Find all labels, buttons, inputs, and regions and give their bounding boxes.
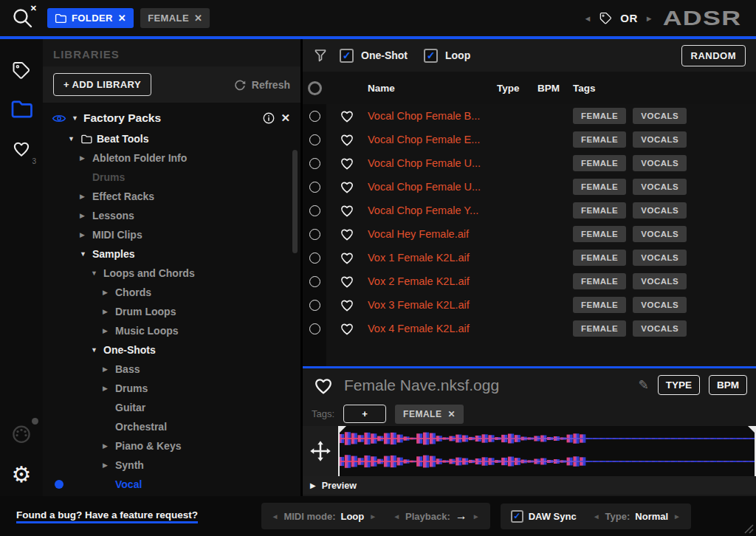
tag-chip[interactable]: VOCALS — [633, 179, 687, 195]
tag-chip[interactable]: VOCALS — [633, 155, 687, 171]
tag-chip[interactable]: FEMALE — [573, 297, 626, 313]
type-button[interactable]: TYPE — [658, 375, 700, 395]
sample-row[interactable]: Vocal Chop Female Y...FEMALEVOCALS — [303, 199, 756, 222]
expand-arrow-icon[interactable]: ▶ — [103, 327, 115, 334]
filter-funnel-icon[interactable] — [313, 48, 328, 63]
tag-chip[interactable]: FEMALE — [573, 131, 626, 148]
tag-chip[interactable]: FEMALE — [573, 108, 626, 124]
folders-view-button[interactable] — [10, 100, 32, 119]
sample-name[interactable]: Vox 1 Female K2L.aif — [368, 252, 497, 264]
library-tree-item[interactable]: ▼Loops and Chords — [43, 264, 300, 283]
tag-chip[interactable]: VOCALS — [633, 108, 687, 124]
sample-name[interactable]: Vox 3 Female K2L.aif — [368, 299, 497, 311]
library-tree-item[interactable]: ▶Piano & Keys — [43, 436, 300, 456]
library-tree-item[interactable]: Orchestral — [43, 417, 300, 436]
library-tree-item[interactable]: ▶Lessons — [43, 206, 300, 225]
sample-name[interactable]: Vocal Hey Female.aif — [368, 228, 497, 240]
library-tree-item[interactable]: ▶Bass — [43, 360, 300, 379]
tags-view-button[interactable] — [11, 60, 32, 80]
waveform-display[interactable] — [338, 426, 756, 476]
filter-chip-folder[interactable]: FOLDER ✕ — [47, 8, 134, 28]
column-type[interactable]: Type — [497, 83, 537, 94]
search-icon[interactable]: ✕ — [10, 6, 35, 31]
tag-chip[interactable]: FEMALE — [573, 179, 626, 195]
loop-start-marker[interactable] — [338, 426, 340, 476]
library-tree-item[interactable]: Guitar — [43, 398, 300, 417]
filter-chip-female[interactable]: FEMALE ✕ — [140, 8, 210, 28]
refresh-button[interactable]: Refresh — [233, 78, 290, 92]
expand-arrow-icon[interactable]: ▶ — [103, 289, 115, 296]
column-name[interactable]: Name — [368, 83, 497, 94]
sample-name[interactable]: Vox 2 Female K2L.aif — [368, 275, 497, 287]
library-tree-item[interactable]: Drums — [43, 168, 300, 187]
library-tree-item[interactable]: ▶Drums — [43, 379, 300, 398]
library-tree-item[interactable]: ▶Chords — [43, 283, 300, 302]
window-resize-handle[interactable] — [743, 523, 754, 534]
row-select-circle[interactable] — [309, 182, 320, 193]
sample-row[interactable]: Vocal Chop Female U...FEMALEVOCALS — [303, 151, 756, 175]
daw-sync-checkbox[interactable]: ✓ — [511, 510, 523, 523]
library-tree-item[interactable]: ▶MIDI Clips — [43, 225, 300, 244]
library-remove-icon[interactable]: ✕ — [281, 111, 290, 125]
sample-row[interactable]: Vocal Hey Female.aifFEMALEVOCALS — [303, 222, 756, 246]
type-next-icon[interactable]: ► — [673, 512, 681, 520]
favorite-heart-icon[interactable] — [312, 374, 335, 396]
row-select-circle[interactable] — [309, 229, 320, 240]
sample-row[interactable]: Vox 2 Female K2L.aifFEMALEVOCALS — [303, 269, 756, 293]
tag-chip[interactable]: VOCALS — [633, 202, 687, 219]
tag-chip[interactable]: FEMALE — [573, 250, 626, 266]
collapse-arrow-icon[interactable]: ▼ — [68, 135, 80, 142]
sample-name[interactable]: Vocal Chop Female U... — [368, 157, 497, 169]
sample-name[interactable]: Vocal Chop Female Y... — [368, 205, 497, 216]
select-all-circle[interactable] — [308, 81, 322, 95]
favorite-heart-icon[interactable] — [326, 273, 368, 289]
expand-arrow-icon[interactable]: ▶ — [80, 231, 92, 238]
column-tags[interactable]: Tags — [573, 83, 756, 94]
waveform-drag-handle[interactable] — [303, 426, 338, 476]
preview-tag-female[interactable]: FEMALE ✕ — [395, 405, 464, 424]
libraries-scrollbar[interactable] — [292, 150, 298, 253]
row-select-circle[interactable] — [309, 323, 320, 334]
expand-arrow-icon[interactable]: ▶ — [103, 461, 115, 469]
sample-row[interactable]: Vox 4 Female K2L.aifFEMALEVOCALS — [303, 317, 756, 340]
tag-chip[interactable]: FEMALE — [573, 155, 626, 171]
sample-row[interactable]: Vocal Chop Female E...FEMALEVOCALS — [303, 128, 756, 151]
row-select-circle[interactable] — [309, 134, 320, 145]
library-tree-item[interactable]: ▶Ableton Folder Info — [43, 148, 300, 168]
remove-chip-icon[interactable]: ✕ — [194, 13, 202, 24]
tag-chip[interactable]: VOCALS — [633, 297, 687, 313]
playback-prev-icon[interactable]: ◄ — [393, 512, 400, 520]
favorite-heart-icon[interactable] — [326, 131, 368, 148]
row-select-circle[interactable] — [309, 111, 320, 122]
tag-chip[interactable]: FEMALE — [573, 226, 626, 242]
remove-chip-icon[interactable]: ✕ — [118, 13, 126, 24]
tag-chip[interactable]: FEMALE — [573, 202, 626, 219]
type-prev-icon[interactable]: ◄ — [593, 512, 600, 520]
library-tree-item[interactable]: ▶Synth — [43, 456, 300, 475]
operator-prev-icon[interactable]: ◄ — [583, 14, 591, 23]
library-tree-item[interactable]: ▶Drum Loops — [43, 302, 300, 321]
bug-report-link[interactable]: Found a bug? Have a feature request? — [16, 509, 198, 523]
loop-checkbox[interactable]: ✓ — [424, 49, 438, 63]
favorite-heart-icon[interactable] — [326, 202, 368, 219]
expand-arrow-icon[interactable]: ▶ — [103, 385, 115, 392]
library-tree-item[interactable]: ▼Samples — [43, 244, 300, 264]
expand-arrow-icon[interactable]: ▶ — [80, 193, 92, 200]
library-tree-item[interactable]: ▶Music Loops — [43, 321, 300, 340]
sample-name[interactable]: Vocal Chop Female B... — [368, 110, 497, 122]
library-root-factory-packs[interactable]: ▼ Factory Packs ✕ — [43, 107, 300, 129]
favorite-heart-icon[interactable] — [326, 320, 368, 337]
midi-mode-prev-icon[interactable]: ◄ — [272, 512, 279, 520]
favorite-heart-icon[interactable] — [326, 250, 368, 266]
clear-search-icon[interactable]: ✕ — [30, 4, 37, 13]
tag-chip[interactable]: FEMALE — [573, 273, 626, 289]
operator-next-icon[interactable]: ► — [645, 14, 653, 23]
row-select-circle[interactable] — [309, 276, 320, 287]
remove-tag-icon[interactable]: ✕ — [447, 409, 456, 419]
library-tree-item[interactable]: ▼One-Shots — [43, 340, 300, 360]
expand-arrow-icon[interactable]: ▶ — [103, 308, 115, 315]
sample-name[interactable]: Vocal Chop Female U... — [368, 181, 497, 193]
preview-toggle-bar[interactable]: ▶ Preview — [303, 476, 756, 495]
bpm-button[interactable]: BPM — [709, 375, 747, 395]
midi-settings-button[interactable] — [10, 422, 32, 444]
